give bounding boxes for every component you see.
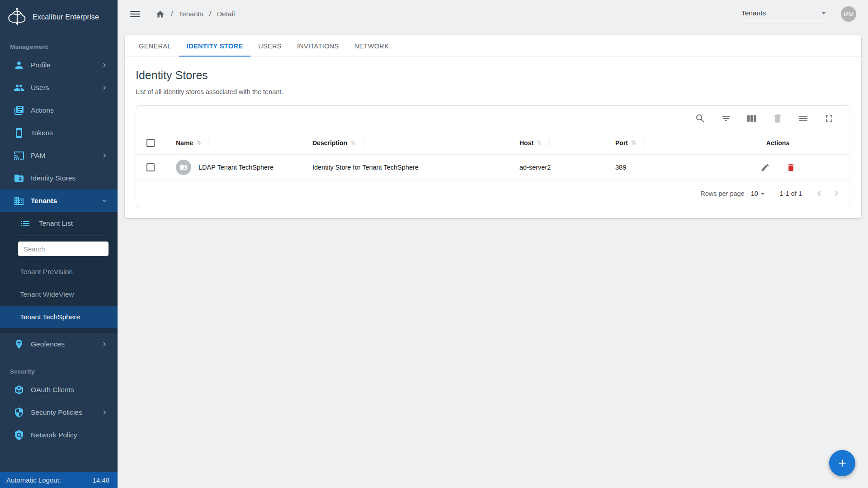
table-pagination: Rows per page 10 1-1 of 1	[136, 180, 850, 207]
chevron-right-icon	[100, 152, 108, 160]
tenant-item-previsio[interactable]: Tenant PreVision	[0, 261, 118, 283]
columns-icon[interactable]	[746, 113, 757, 124]
cell-name: LDAP Tenant TechSphere	[176, 160, 312, 175]
sidebar-item-tokens[interactable]: Tokens	[0, 122, 118, 144]
cell-description: Identity Store for Tenant TechSphere	[312, 164, 519, 171]
sort-icon[interactable]: ⇅	[631, 139, 636, 146]
add-location-icon	[14, 339, 24, 350]
sidebar-item-users[interactable]: Users	[0, 76, 118, 99]
add-icon	[836, 457, 848, 469]
sidebar-item-network-policy[interactable]: Network Policy	[0, 424, 118, 446]
column-header-host: Host ⇅ ⋮	[519, 139, 615, 147]
edit-icon[interactable]	[760, 163, 770, 172]
smartphone-icon	[14, 128, 24, 138]
fullscreen-icon[interactable]	[824, 113, 835, 124]
rows-per-page-select[interactable]: 10	[751, 189, 767, 198]
pagination-range: 1-1 of 1	[780, 190, 802, 197]
breadcrumb-separator: /	[171, 10, 173, 18]
logout-label: Automatic Logout:	[6, 476, 61, 484]
domain-icon	[14, 195, 24, 206]
chevron-right-icon	[100, 84, 108, 92]
column-header-description: Description ⇅ ⋮	[312, 139, 519, 147]
chevron-right-icon	[100, 61, 108, 69]
tenants-submenu: Tenant List Tenant PreVision Tenant Wide…	[0, 212, 118, 333]
folder-shared-icon	[14, 173, 24, 184]
table-row[interactable]: LDAP Tenant TechSphere Identity Store fo…	[136, 155, 850, 180]
tab-invitations[interactable]: INVITATIONS	[289, 35, 347, 57]
tab-bar: GENERAL IDENTITY STORE USERS INVITATIONS…	[125, 35, 861, 57]
main-area: / Tenants / Detail Tenants RM GENERAL ID…	[118, 0, 868, 488]
column-menu-icon[interactable]: ⋮	[546, 139, 553, 147]
sidebar-item-identity-stores[interactable]: Identity Stores	[0, 167, 118, 190]
sidebar-item-actions[interactable]: Actions	[0, 99, 118, 122]
automatic-logout-bar: Automatic Logout: 14:48	[0, 472, 118, 488]
logout-countdown: 14:48	[92, 476, 109, 484]
delete-selected-icon[interactable]	[772, 113, 783, 124]
sort-icon[interactable]: ⇅	[537, 139, 542, 146]
filter-icon[interactable]	[721, 113, 731, 124]
tenant-item-techsphere[interactable]: Tenant TechSphere	[0, 306, 118, 328]
cell-port: 389	[615, 164, 706, 171]
delete-icon[interactable]	[786, 163, 796, 172]
sidebar-item-oauth-clients[interactable]: OAuth Clients	[0, 379, 118, 401]
add-identity-store-button[interactable]	[829, 450, 855, 476]
search-icon[interactable]	[695, 113, 706, 124]
tab-network[interactable]: NETWORK	[347, 35, 397, 57]
context-select[interactable]: Tenants	[741, 7, 829, 21]
tenant-item-wideview[interactable]: Tenant WideView	[0, 283, 118, 306]
table-header-row: Name ⇅ ⋮ Description ⇅ ⋮ Host ⇅ ⋮	[136, 131, 850, 155]
column-header-actions: Actions	[706, 139, 850, 147]
page-title: Identity Stores	[136, 69, 850, 82]
rows-per-page-label: Rows per page	[700, 190, 745, 197]
chevron-right-icon	[100, 340, 108, 348]
column-header-name: Name ⇅ ⋮	[176, 139, 312, 147]
brand-title: Excalibur Enterprise	[33, 13, 99, 21]
shield-icon	[14, 407, 24, 418]
sort-icon[interactable]: ⇅	[350, 139, 355, 146]
list-icon	[20, 218, 31, 229]
context-select-value: Tenants	[741, 9, 766, 17]
person-icon	[14, 60, 24, 71]
column-menu-icon[interactable]: ⋮	[641, 139, 647, 147]
policy-shield-icon	[14, 430, 24, 441]
tenant-search-input[interactable]	[18, 242, 108, 256]
chevron-right-icon	[100, 408, 108, 417]
section-security: Security	[0, 355, 118, 379]
tab-general[interactable]: GENERAL	[131, 35, 179, 57]
sidebar-item-tenants[interactable]: Tenants	[0, 190, 118, 212]
sidebar-item-profile[interactable]: Profile	[0, 54, 118, 76]
identity-stores-table: Name ⇅ ⋮ Description ⇅ ⋮ Host ⇅ ⋮	[136, 105, 850, 207]
sidebar-item-security-policies[interactable]: Security Policies	[0, 401, 118, 424]
breadcrumb-separator: /	[209, 10, 211, 18]
library-books-icon	[14, 105, 24, 116]
sidebar-item-pam[interactable]: PAM	[0, 144, 118, 167]
chevron-down-icon	[100, 197, 108, 205]
dropdown-caret-icon	[758, 189, 767, 198]
previous-page-icon[interactable]	[814, 188, 825, 199]
sidebar-item-geofences[interactable]: Geofences	[0, 333, 118, 355]
group-icon	[14, 82, 24, 93]
breadcrumb-detail[interactable]: Detail	[217, 10, 235, 18]
column-menu-icon[interactable]: ⋮	[360, 139, 367, 147]
cell-host: ad-server2	[519, 164, 615, 171]
cast-icon	[14, 150, 24, 161]
divider	[18, 236, 108, 236]
select-all-checkbox[interactable]	[146, 139, 155, 147]
brand: Excalibur Enterprise	[0, 0, 118, 31]
menu-hamburger-icon[interactable]	[130, 9, 140, 19]
density-icon[interactable]	[798, 113, 809, 124]
breadcrumb-tenants[interactable]: Tenants	[179, 10, 203, 18]
sidebar: Excalibur Enterprise Management Profile …	[0, 0, 118, 488]
topbar: / Tenants / Detail Tenants RM	[118, 0, 868, 28]
sort-icon[interactable]: ⇅	[196, 139, 201, 146]
folder-shared-icon	[179, 163, 188, 171]
tab-identity-store[interactable]: IDENTITY STORE	[179, 35, 250, 57]
tab-users[interactable]: USERS	[250, 35, 289, 57]
sidebar-item-tenant-list[interactable]: Tenant List	[0, 212, 118, 235]
column-menu-icon[interactable]: ⋮	[206, 139, 212, 147]
home-icon[interactable]	[156, 9, 165, 19]
user-avatar[interactable]: RM	[841, 6, 856, 22]
dropdown-caret-icon	[819, 9, 828, 18]
row-checkbox[interactable]	[146, 163, 155, 171]
next-page-icon[interactable]	[831, 188, 842, 199]
